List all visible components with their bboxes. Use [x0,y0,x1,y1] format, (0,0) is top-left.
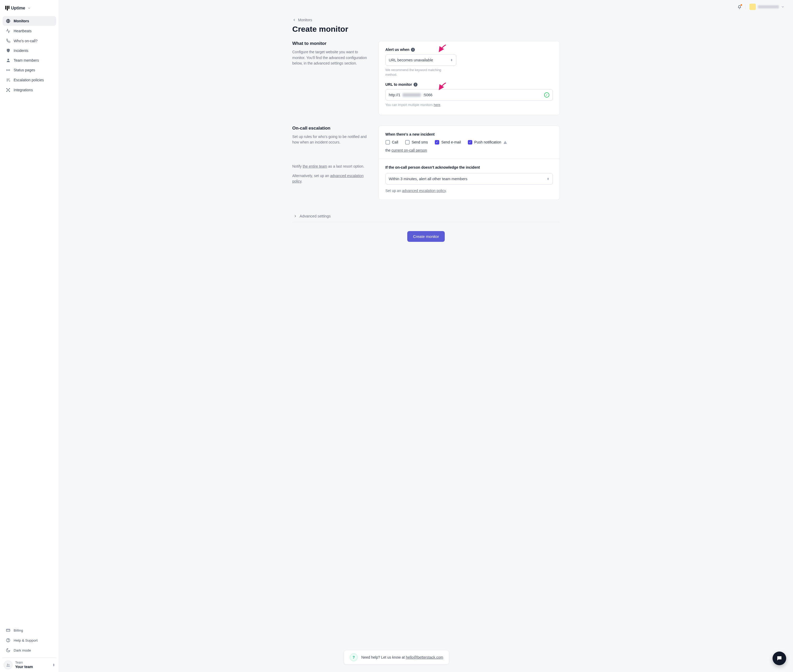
section-heading: What to monitor [293,41,371,46]
chevron-down-icon [781,5,785,9]
alert-condition-value: URL becomes unavailable [389,58,433,62]
sidebar: Uptime Monitors Heartbeats [0,0,59,672]
card-icon [6,628,11,633]
sidebar-item-label: Heartbeats [14,29,32,33]
brand-name: Uptime [11,6,25,11]
sidebar-item-label: Escalation policies [14,78,44,82]
incident-card: When there's a new incident Call Send sm… [378,126,560,159]
create-monitor-button[interactable]: Create monitor [407,231,445,242]
ack-heading: If the on-call person doesn't acknowledg… [385,165,480,170]
sidebar-item-team[interactable]: Team members [3,56,56,65]
info-icon[interactable]: i [414,83,417,86]
sidebar-item-billing[interactable]: Billing [3,626,56,635]
chevrons-updown-icon: ▲▼ [53,663,55,667]
sidebar-item-heartbeats[interactable]: Heartbeats [3,26,56,36]
svg-rect-18 [505,143,505,143]
import-link[interactable]: here [434,103,440,107]
divider [745,4,746,10]
team-avatar-icon [4,661,13,669]
sidebar-item-oncall[interactable]: Who's on-call? [3,36,56,45]
svg-point-6 [8,90,9,91]
breadcrumb-label: Monitors [298,18,312,22]
chevrons-updown-icon: ▲▼ [451,59,453,61]
help-email-link[interactable]: hello@betterstack.com [406,655,443,659]
ack-hint: Set up an advanced escalation policy. [385,188,553,194]
checkbox-checked-icon [468,140,472,144]
svg-point-15 [7,664,8,665]
moon-icon [6,648,11,653]
current-oncall-link[interactable]: current on-call person [392,148,427,152]
section-description: Set up rules for who's going to be notif… [293,134,371,145]
phone-icon [6,38,11,43]
check-circle-icon: ✓ [544,92,549,98]
svg-point-16 [8,664,10,665]
advanced-settings-toggle[interactable]: Advanced settings [293,210,560,222]
check-push[interactable]: Push notification [468,140,507,144]
monitor-card: Alert us when i URL becomes unavailable … [378,41,560,115]
sidebar-item-label: Status pages [14,68,35,72]
list-icon [6,78,11,82]
breadcrumb-back[interactable]: Monitors [293,18,560,22]
user-name-redacted [758,5,779,8]
url-hint: You can import multiple monitors here. [385,103,553,107]
sidebar-item-label: Billing [14,629,23,632]
sidebar-item-label: Dark mode [14,648,31,652]
entire-team-link[interactable]: the entire team [303,164,327,168]
advanced-label: Advanced settings [300,214,331,218]
url-redacted [403,93,421,97]
sidebar-item-status-pages[interactable]: Status pages [3,65,56,75]
sidebar-item-help[interactable]: Help & Support [3,635,56,645]
url-value-suffix: :5066 [423,93,432,97]
shield-icon [6,48,11,53]
ack-select[interactable]: Within 3 minutes, alert all other team m… [385,173,553,185]
sidebar-item-label: Integrations [14,88,33,92]
chevron-right-icon [293,214,297,218]
incident-the-line: the current on-call person [385,148,553,152]
svg-point-2 [8,70,8,70]
checkbox-checked-icon [435,140,439,144]
activity-icon [6,29,11,33]
alt-text: Alternatively, set up an advanced escala… [293,173,371,184]
ack-select-value: Within 3 minutes, alert all other team m… [389,177,468,181]
incident-heading: When there's a new incident [385,132,435,136]
check-call[interactable]: Call [385,140,398,144]
svg-rect-17 [505,142,505,143]
sidebar-item-monitors[interactable]: Monitors [3,16,56,26]
sidebar-item-label: Who's on-call? [14,39,37,43]
sidebar-bottom: Billing Help & Support Dark mode [3,626,56,655]
chevron-left-icon [293,18,296,22]
alert-label: Alert us when [385,48,409,52]
svg-point-1 [7,59,9,60]
team-switcher[interactable]: Team Your team ▲▼ [3,658,56,669]
help-text: Need help? Let us know at hello@betterst… [361,655,443,659]
intercom-launcher[interactable] [772,651,786,665]
sidebar-nav: Monitors Heartbeats Who's on-call? Incid… [3,16,56,95]
main: Monitors Create monitor What to monitor … [59,0,793,672]
help-icon [6,638,11,643]
alert-condition-select[interactable]: URL becomes unavailable ▲▼ [385,54,456,66]
chat-icon [776,655,782,661]
broadcast-icon [6,68,11,72]
sidebar-item-label: Help & Support [14,638,38,642]
url-input-wrap: http://1:5066 ✓ [385,89,553,101]
sidebar-item-escalation[interactable]: Escalation policies [3,75,56,85]
sidebar-item-integrations[interactable]: Integrations [3,85,56,95]
alert-hint: We recommend the keyword matching method… [385,68,448,77]
sidebar-item-darkmode[interactable]: Dark mode [3,645,56,655]
check-sms[interactable]: Send sms [405,140,428,144]
notifications-button[interactable] [737,5,742,9]
team-name: Your team [15,665,50,669]
ack-card: If the on-call person doesn't acknowledg… [378,159,560,200]
check-email[interactable]: Send e-mail [435,140,461,144]
svg-rect-11 [6,629,10,632]
user-menu[interactable] [750,4,785,10]
topbar [59,0,793,10]
chevron-down-icon [27,6,31,10]
brand-logo-icon [5,6,10,11]
sidebar-item-incidents[interactable]: Incidents [3,46,56,55]
brand-switcher[interactable]: Uptime [3,5,56,15]
section-heading: On-call escalation [293,126,371,131]
section-what-to-monitor: What to monitor Configure the target web… [293,41,560,115]
ack-advanced-link[interactable]: advanced escalation policy [402,189,446,193]
info-icon[interactable]: i [411,48,415,52]
